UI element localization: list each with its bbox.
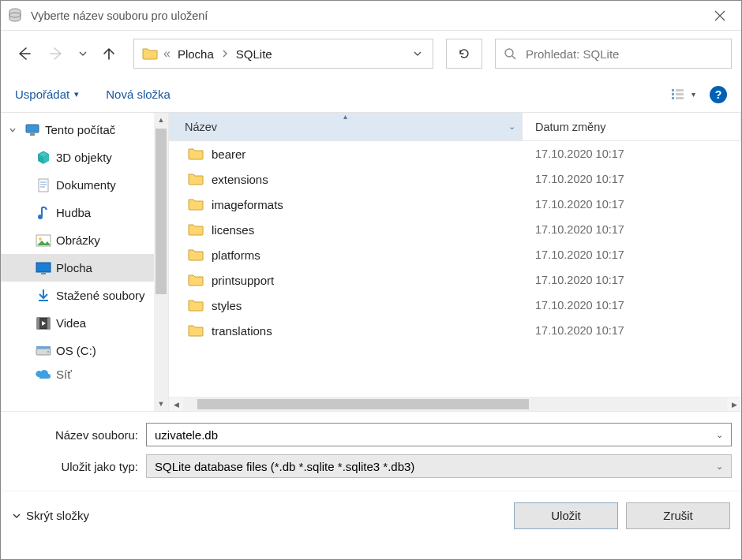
save-label: Uložit: [551, 509, 581, 522]
svg-rect-5: [672, 93, 674, 95]
help-button[interactable]: ?: [710, 86, 727, 103]
tree-item[interactable]: 3D objekty: [1, 144, 168, 171]
tree-item[interactable]: Obrázky: [1, 226, 168, 254]
close-button[interactable]: [703, 4, 736, 28]
new-folder-button[interactable]: Nová složka: [106, 88, 171, 101]
svg-rect-11: [39, 179, 48, 192]
file-date: 17.10.2020 10:17: [523, 324, 741, 337]
scroll-right-button[interactable]: ▶: [727, 398, 741, 411]
chevron-down-icon[interactable]: ⌄: [716, 430, 723, 440]
forward-button[interactable]: [43, 40, 70, 67]
back-button[interactable]: [10, 40, 37, 67]
tree-item[interactable]: OS (C:): [1, 337, 168, 364]
cube-icon: [36, 150, 51, 166]
column-header-name[interactable]: ▴ Název ⌄: [169, 113, 523, 140]
navigation-bar: « Plocha SQLite Prohledat: SQLite: [1, 31, 741, 77]
tree-item-label: Dokumenty: [56, 178, 116, 192]
file-row[interactable]: imageformats17.10.2020 10:17: [169, 192, 741, 217]
breadcrumb-item[interactable]: SQLite: [230, 39, 279, 68]
address-bar[interactable]: « Plocha SQLite: [133, 39, 433, 69]
navigation-pane: Tento počítač3D objektyDokumentyHudbaObr…: [1, 113, 169, 411]
hide-folders-label: Skrýt složky: [26, 509, 89, 522]
file-name: extensions: [212, 173, 268, 186]
pic-icon: [36, 233, 51, 248]
file-row[interactable]: platforms17.10.2020 10:17: [169, 242, 741, 267]
folder-icon: [188, 323, 204, 338]
organize-button[interactable]: Uspořádat ▾: [15, 88, 79, 101]
svg-point-2: [505, 49, 513, 57]
file-row[interactable]: translations17.10.2020 10:17: [169, 318, 741, 343]
folder-icon: [188, 248, 204, 262]
folder-icon: [188, 273, 204, 287]
filename-input[interactable]: uzivatele.db ⌄: [146, 423, 732, 446]
folder-icon: [188, 147, 204, 161]
chevron-down-icon: [9, 126, 20, 134]
folder-icon: [137, 39, 163, 68]
tree-item[interactable]: Videa: [1, 309, 168, 337]
scroll-down-button[interactable]: ▼: [154, 397, 168, 411]
svg-point-12: [38, 215, 43, 219]
horizontal-scrollbar[interactable]: [183, 398, 727, 411]
tree-item[interactable]: Dokumenty: [1, 171, 168, 199]
tree-item[interactable]: Stažené soubory: [1, 282, 168, 309]
refresh-button[interactable]: [446, 39, 482, 69]
scroll-thumb[interactable]: [156, 129, 167, 294]
file-row[interactable]: printsupport17.10.2020 10:17: [169, 267, 741, 293]
database-icon: [7, 8, 23, 24]
column-headers: ▴ Název ⌄ Datum změny: [169, 113, 741, 141]
tree-item[interactable]: Plocha: [1, 254, 168, 282]
hide-folders-button[interactable]: Skrýt složky: [12, 509, 89, 522]
horizontal-scrollbar-area: ◀ ▶: [169, 397, 741, 411]
file-row[interactable]: bearer17.10.2020 10:17: [169, 141, 741, 166]
search-placeholder: Prohledat: SQLite: [526, 47, 619, 61]
scroll-thumb[interactable]: [197, 399, 529, 409]
file-list[interactable]: bearer17.10.2020 10:17extensions17.10.20…: [169, 141, 741, 397]
file-date: 17.10.2020 10:17: [523, 147, 741, 160]
window-title: Vyberte název souboru pro uložení: [31, 9, 703, 22]
file-name: licenses: [212, 223, 254, 237]
folder-icon: [188, 172, 204, 186]
scroll-up-button[interactable]: ▲: [154, 113, 168, 127]
chevron-down-icon: [12, 511, 21, 521]
tree-item-label: 3D objekty: [56, 151, 112, 164]
breadcrumb-item[interactable]: Plocha: [171, 39, 220, 68]
up-button[interactable]: [96, 40, 122, 67]
dialog-footer: Skrýt složky Uložit Zrušit: [1, 491, 741, 539]
cloud-icon: [36, 366, 51, 382]
column-header-date[interactable]: Datum změny: [523, 113, 741, 140]
filetype-value: SQLite database files (*.db *.sqlite *.s…: [155, 460, 414, 473]
file-list-pane: ▴ Název ⌄ Datum změny bearer17.10.2020 1…: [169, 113, 741, 411]
scroll-left-button[interactable]: ◀: [169, 398, 183, 411]
tree-item-label: Plocha: [56, 261, 92, 274]
file-row[interactable]: licenses17.10.2020 10:17: [169, 217, 741, 242]
tree-item-this-pc[interactable]: Tento počítač: [1, 116, 168, 144]
file-row[interactable]: styles17.10.2020 10:17: [169, 293, 741, 318]
address-dropdown-button[interactable]: [406, 39, 429, 68]
svg-rect-10: [30, 133, 35, 136]
save-button[interactable]: Uložit: [514, 502, 618, 529]
search-input[interactable]: Prohledat: SQLite: [495, 39, 732, 69]
folder-icon: [188, 222, 204, 237]
download-icon: [36, 288, 51, 304]
tree-item[interactable]: Hudba: [1, 199, 168, 226]
file-name: bearer: [212, 147, 245, 161]
cancel-button[interactable]: Zrušit: [626, 502, 730, 529]
svg-rect-16: [41, 273, 46, 274]
tree-item[interactable]: Síť: [1, 364, 168, 383]
chevron-down-icon: ▾: [74, 89, 79, 99]
filetype-select[interactable]: SQLite database files (*.db *.sqlite *.s…: [146, 454, 732, 478]
view-options-button[interactable]: ▾: [671, 88, 695, 102]
drive-icon: [36, 343, 51, 359]
filename-value: uzivatele.db: [155, 428, 218, 442]
chevron-down-icon: ▾: [691, 90, 695, 99]
svg-rect-9: [26, 125, 39, 133]
chevron-down-icon[interactable]: ⌄: [716, 461, 723, 472]
save-form: Název souboru: uzivatele.db ⌄ Uložit jak…: [1, 411, 741, 491]
nav-scrollbar[interactable]: ▲ ▼: [154, 113, 168, 411]
file-date: 17.10.2020 10:17: [523, 248, 741, 261]
svg-point-21: [47, 351, 49, 353]
recent-locations-button[interactable]: [77, 40, 89, 67]
svg-rect-8: [676, 97, 684, 99]
file-row[interactable]: extensions17.10.2020 10:17: [169, 166, 741, 192]
folder-icon: [188, 298, 204, 312]
